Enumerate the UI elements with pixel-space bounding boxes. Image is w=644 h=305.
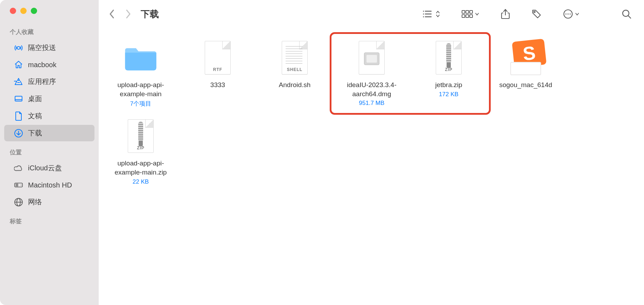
rtf-icon: RTF	[200, 38, 235, 77]
toolbar: 下载	[99, 0, 644, 28]
file-item[interactable]: Ssogou_mac_614d	[487, 35, 564, 113]
svg-rect-26	[470, 15, 472, 17]
sogou-icon: S	[508, 38, 543, 77]
file-name: upload-app-api-example-main	[104, 80, 177, 98]
sidebar: 个人收藏隔空投送macbook应用程序桌面文稿下载位置iCloud云盘Macin…	[0, 0, 99, 305]
sidebar-section-header: 位置	[0, 142, 99, 159]
svg-rect-22	[466, 10, 469, 13]
file-subtext: 951.7 MB	[359, 100, 385, 107]
svg-point-32	[569, 13, 570, 14]
doc-icon	[14, 112, 23, 121]
sidebar-item-house[interactable]: macbook	[4, 57, 94, 73]
sidebar-item-label: iCloud云盘	[28, 163, 62, 173]
hdd-icon	[14, 180, 23, 190]
sidebar-item-label: Macintosh HD	[28, 181, 72, 189]
file-name: jetbra.zip	[435, 80, 462, 90]
file-name: ideaIU-2023.3.4-aarch64.dmg	[335, 80, 408, 98]
svg-point-15	[423, 11, 424, 12]
shell-icon: SHELL	[277, 38, 312, 77]
svg-point-30	[565, 13, 566, 14]
sidebar-item-globe[interactable]: 网络	[4, 194, 94, 210]
forward-button[interactable]	[122, 8, 134, 20]
tag-button[interactable]	[531, 9, 542, 19]
sidebar-item-cloud[interactable]: iCloud云盘	[4, 160, 94, 176]
svg-point-8	[21, 185, 21, 185]
svg-point-28	[534, 11, 535, 13]
svg-point-31	[567, 13, 568, 14]
sidebar-item-airdrop[interactable]: 隔空投送	[4, 40, 94, 56]
file-name: 3333	[210, 80, 225, 90]
file-item[interactable]: upload-app-api-example-main7个项目	[102, 35, 179, 113]
svg-rect-21	[462, 10, 465, 13]
file-name: Android.sh	[279, 80, 311, 90]
file-subtext: 22 KB	[133, 178, 149, 185]
svg-point-17	[423, 14, 424, 15]
zip-icon: ZIP	[123, 117, 158, 155]
sidebar-item-label: 网络	[28, 197, 42, 207]
file-name: sogou_mac_614d	[499, 80, 552, 90]
file-item[interactable]: SHELLAndroid.sh	[256, 35, 333, 113]
cloud-icon	[14, 164, 23, 173]
file-name: upload-app-api-example-main.zip	[104, 159, 177, 177]
house-icon	[14, 60, 23, 69]
sidebar-item-apps[interactable]: 应用程序	[4, 73, 94, 90]
close-window-button[interactable]	[10, 8, 16, 14]
airdrop-icon	[14, 43, 23, 52]
desktop-icon	[14, 94, 23, 104]
svg-point-19	[423, 16, 424, 17]
file-item[interactable]: ideaIU-2023.3.4-aarch64.dmg951.7 MB	[333, 35, 410, 113]
sidebar-item-doc[interactable]: 文稿	[4, 108, 94, 124]
more-button[interactable]	[563, 9, 580, 19]
dmg-icon	[354, 38, 389, 77]
sidebar-item-label: macbook	[28, 61, 56, 69]
sidebar-item-label: 桌面	[28, 94, 42, 104]
sidebar-item-hdd[interactable]: Macintosh HD	[4, 177, 94, 193]
sidebar-item-label: 应用程序	[28, 77, 56, 86]
sidebar-item-label: 文稿	[28, 111, 42, 121]
minimize-window-button[interactable]	[20, 8, 27, 14]
window-controls	[0, 8, 99, 22]
share-button[interactable]	[500, 9, 510, 19]
download-icon	[14, 129, 23, 138]
view-list-button[interactable]	[422, 9, 440, 19]
sidebar-item-download[interactable]: 下载	[4, 125, 94, 141]
view-group-button[interactable]	[461, 9, 479, 19]
file-subtext: 172 KB	[439, 91, 458, 98]
svg-rect-3	[15, 96, 22, 101]
file-item[interactable]: RTF3333	[179, 35, 256, 113]
back-button[interactable]	[106, 8, 118, 20]
sidebar-section-header: 个人收藏	[0, 22, 99, 39]
file-item[interactable]: ZIPupload-app-api-example-main.zip22 KB	[102, 113, 179, 191]
zip-icon: ZIP	[431, 38, 466, 77]
folder-icon	[123, 38, 158, 77]
svg-rect-25	[466, 15, 469, 17]
file-item[interactable]: ZIPjetbra.zip172 KB	[410, 35, 487, 113]
window-title: 下载	[141, 8, 159, 20]
sidebar-item-desktop[interactable]: 桌面	[4, 91, 94, 107]
sidebar-item-label: 下载	[28, 128, 42, 138]
search-button[interactable]	[622, 9, 631, 19]
svg-line-34	[628, 16, 631, 18]
svg-point-0	[17, 47, 20, 49]
sidebar-item-label: 隔空投送	[28, 43, 56, 52]
apps-icon	[14, 77, 23, 86]
svg-rect-24	[462, 15, 465, 17]
sidebar-section-header: 标签	[0, 211, 99, 228]
svg-rect-23	[470, 10, 472, 13]
maximize-window-button[interactable]	[31, 8, 37, 14]
globe-icon	[14, 198, 23, 207]
file-grid: upload-app-api-example-main7个项目RTF3333SH…	[99, 28, 644, 198]
main-area: 下载	[99, 0, 644, 305]
file-subtext: 7个项目	[130, 100, 151, 108]
